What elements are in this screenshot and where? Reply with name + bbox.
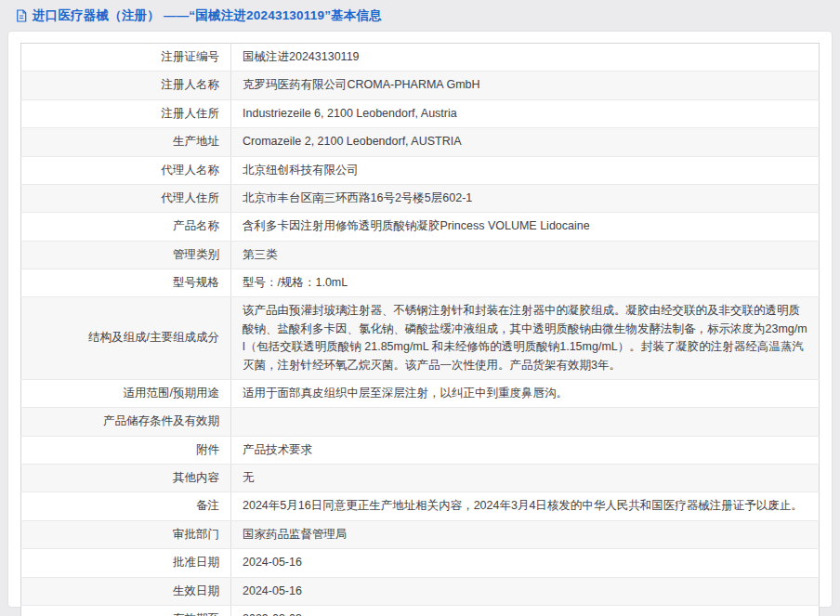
field-value: Industriezeile 6, 2100 Leobendorf, Austr… (231, 99, 820, 127)
table-row: 产品储存条件及有效期 (21, 408, 820, 436)
field-value: 克罗玛医药有限公司CROMA-PHARMA GmbH (231, 72, 820, 99)
field-label: 代理人住所 (21, 184, 231, 212)
field-value: 2024-05-16 (231, 549, 820, 577)
table-row: 结构及组成/主要组成成分该产品由预灌封玻璃注射器、不锈钢注射针和封装在注射器中的… (21, 297, 820, 380)
field-value: 北京市丰台区南三环西路16号2号楼5层602-1 (231, 184, 820, 212)
field-label: 批准日期 (21, 549, 231, 577)
table-row: 代理人住所北京市丰台区南三环西路16号2号楼5层602-1 (21, 184, 820, 212)
page: 进口医疗器械（注册） ——“国械注进20243130119”基本信息 注册证编号… (0, 0, 840, 608)
field-label: 注册人住所 (21, 99, 231, 127)
field-label: 注册证编号 (21, 44, 231, 72)
field-label: 生效日期 (21, 577, 231, 605)
field-label: 适用范围/预期用途 (21, 379, 231, 407)
page-header: 进口医疗器械（注册） ——“国械注进20243130119”基本信息 (0, 0, 840, 31)
table-row: 代理人名称北京纽创科技有限公司 (21, 156, 820, 184)
field-value: 型号：/规格：1.0mL (231, 269, 820, 297)
field-label: 代理人名称 (21, 156, 231, 184)
field-value: 2029-03-03 (231, 605, 820, 616)
field-value: 该产品由预灌封玻璃注射器、不锈钢注射针和封装在注射器中的凝胶组成。凝胶由经交联的… (231, 297, 820, 380)
field-label: 管理类别 (21, 241, 231, 269)
field-label: 结构及组成/主要组成成分 (21, 297, 231, 380)
table-row: 管理类别第三类 (21, 241, 820, 269)
table-row: 其他内容无 (21, 465, 820, 492)
table-row: 适用范围/预期用途适用于面部真皮组织中层至深层注射，以纠正中到重度鼻唇沟。 (21, 379, 820, 407)
field-label: 注册人名称 (21, 72, 231, 99)
field-value: 国家药品监督管理局 (231, 520, 820, 548)
field-value: 适用于面部真皮组织中层至深层注射，以纠正中到重度鼻唇沟。 (231, 379, 820, 407)
field-value: 国械注进20243130119 (231, 44, 820, 72)
table-row: 审批部门国家药品监督管理局 (21, 520, 820, 548)
field-value: 第三类 (231, 241, 820, 269)
info-table-body: 注册证编号国械注进20243130119注册人名称克罗玛医药有限公司CROMA-… (21, 44, 820, 616)
field-value: 2024年5月16日同意更正生产地址相关内容，2024年3月4日核发的中华人民共… (231, 492, 820, 520)
table-row: 注册人住所Industriezeile 6, 2100 Leobendorf, … (21, 99, 820, 127)
field-label: 备注 (21, 492, 231, 520)
field-value (231, 408, 820, 436)
table-row: 产品名称含利多卡因注射用修饰透明质酸钠凝胶Princess VOLUME Lid… (21, 213, 820, 241)
table-row: 生产地址Cromazeile 2, 2100 Leobendorf, AUSTR… (21, 128, 820, 156)
field-label: 生产地址 (21, 128, 231, 156)
field-value: 2024-05-16 (231, 577, 820, 605)
table-row: 有效期至2029-03-03 (21, 605, 820, 616)
field-value: 无 (231, 465, 820, 492)
field-value: 产品技术要求 (231, 436, 820, 464)
field-value: 含利多卡因注射用修饰透明质酸钠凝胶Princess VOLUME Lidocai… (231, 213, 820, 241)
table-row: 批准日期2024-05-16 (21, 549, 820, 577)
table-row: 生效日期2024-05-16 (21, 577, 820, 605)
field-value: 北京纽创科技有限公司 (231, 156, 820, 184)
field-label: 型号规格 (21, 269, 231, 297)
page-title: 进口医疗器械（注册） ——“国械注进20243130119”基本信息 (33, 7, 382, 24)
table-row: 注册证编号国械注进20243130119 (21, 44, 820, 72)
table-row: 型号规格型号：/规格：1.0mL (21, 269, 820, 297)
field-label: 有效期至 (21, 605, 231, 616)
field-label: 产品储存条件及有效期 (21, 408, 231, 436)
field-label: 审批部门 (21, 520, 231, 548)
table-row: 附件产品技术要求 (21, 436, 820, 464)
table-row: 备注2024年5月16日同意更正生产地址相关内容，2024年3月4日核发的中华人… (21, 492, 820, 520)
content-card: 注册证编号国械注进20243130119注册人名称克罗玛医药有限公司CROMA-… (7, 31, 833, 608)
field-label: 附件 (21, 436, 231, 464)
document-icon (15, 9, 28, 22)
field-label: 其他内容 (21, 465, 231, 492)
field-value: Cromazeile 2, 2100 Leobendorf, AUSTRIA (231, 128, 820, 156)
table-row: 注册人名称克罗玛医药有限公司CROMA-PHARMA GmbH (21, 72, 820, 99)
info-table: 注册证编号国械注进20243130119注册人名称克罗玛医药有限公司CROMA-… (20, 43, 820, 616)
field-label: 产品名称 (21, 213, 231, 241)
